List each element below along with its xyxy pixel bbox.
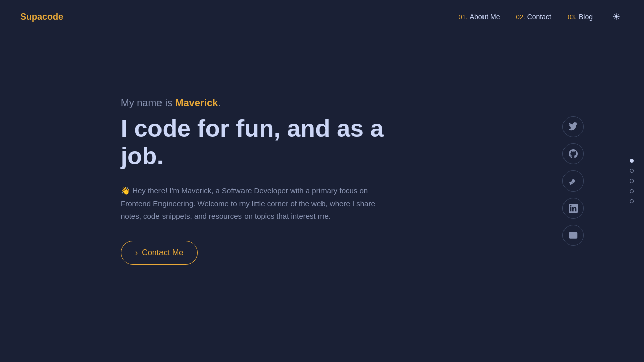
contact-me-button[interactable]: › Contact Me xyxy=(121,241,198,265)
github-icon-button[interactable] xyxy=(562,143,584,164)
hero-section: My name is Maverick. I code for fun, and… xyxy=(0,0,644,362)
nav-link-contact[interactable]: 02.Contact xyxy=(516,13,551,21)
nav-label-contact: Contact xyxy=(527,13,551,21)
hero-subtitle-prefix: My name is xyxy=(121,97,175,108)
nav-num-contact: 02. xyxy=(516,13,525,21)
logo[interactable]: Supacode xyxy=(20,12,63,22)
twitter-icon xyxy=(569,122,578,131)
github-icon xyxy=(569,149,578,158)
page-nav-dots xyxy=(630,159,634,203)
hero-subtitle-suffix: . xyxy=(218,97,221,108)
hero-description: 👋 Hey there! I'm Maverick, a Software De… xyxy=(121,184,387,223)
page-dot-4[interactable] xyxy=(630,189,634,193)
hero-title: I code for fun, and as a job. xyxy=(121,115,423,170)
hero-subtitle: My name is Maverick. xyxy=(121,97,423,109)
hero-content: My name is Maverick. I code for fun, and… xyxy=(121,97,423,265)
settings-icon xyxy=(569,176,578,186)
linkedin-icon-button[interactable] xyxy=(562,198,584,219)
main-nav: 01.About Me 02.Contact 03.Blog ☀ xyxy=(459,9,624,24)
page-dot-1[interactable] xyxy=(630,159,634,163)
theme-toggle-button[interactable]: ☀ xyxy=(609,9,624,24)
hero-name: Maverick xyxy=(175,97,218,108)
linkedin-icon xyxy=(569,204,578,213)
email-icon-button[interactable] xyxy=(562,225,584,246)
chevron-right-icon: › xyxy=(135,248,138,257)
nav-label-about: About Me xyxy=(470,13,500,21)
page-dot-2[interactable] xyxy=(630,169,634,173)
nav-num-blog: 03. xyxy=(568,13,577,21)
nav-num-about: 01. xyxy=(459,13,468,21)
email-icon xyxy=(569,231,578,240)
nav-link-blog[interactable]: 03.Blog xyxy=(568,13,593,21)
page-dot-5[interactable] xyxy=(630,199,634,203)
nav-link-about[interactable]: 01.About Me xyxy=(459,13,500,21)
page-dot-3[interactable] xyxy=(630,179,634,183)
contact-me-label: Contact Me xyxy=(142,248,183,257)
site-header: Supacode 01.About Me 02.Contact 03.Blog … xyxy=(0,0,644,33)
social-icons-panel xyxy=(562,116,584,246)
nav-label-blog: Blog xyxy=(579,13,593,21)
twitter-icon-button[interactable] xyxy=(562,116,584,137)
settings-icon-button[interactable] xyxy=(562,170,584,192)
